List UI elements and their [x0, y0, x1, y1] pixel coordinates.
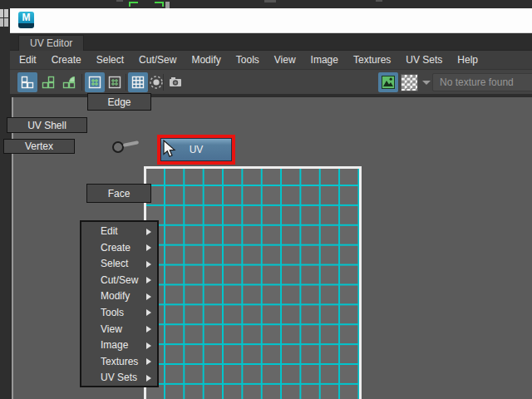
menubar-item[interactable]: Select	[89, 51, 131, 69]
menubar-item[interactable]: Image	[303, 51, 346, 69]
submenu-arrow-icon	[146, 229, 151, 235]
toolbar-separator	[81, 74, 82, 91]
context-menu-item-label: Textures	[101, 356, 138, 367]
texture-borders-off-icon[interactable]	[105, 72, 125, 92]
texture-borders-on-icon[interactable]	[85, 72, 105, 92]
marking-menu-face[interactable]: Face	[86, 184, 151, 203]
menubar-item[interactable]: UV Sets	[398, 51, 450, 69]
context-menu-item[interactable]: Textures	[81, 354, 157, 371]
maya-app-icon: M	[18, 12, 34, 28]
context-menu-item[interactable]: Cut/Sew	[81, 273, 157, 289]
window-titlebar[interactable]: M	[10, 8, 532, 33]
menubar-item[interactable]: Textures	[346, 51, 398, 69]
context-menu-item-label: Select	[101, 258, 128, 269]
menubar: Edit Create Select Cut/Sew Modify Tools …	[10, 51, 532, 70]
shaded-uv-display-icon[interactable]	[17, 72, 37, 92]
grid-display-icon[interactable]	[128, 72, 148, 92]
submenu-arrow-icon	[146, 293, 151, 300]
context-menu-item-label: View	[101, 323, 122, 335]
context-menu-item-label: UV Sets	[101, 372, 137, 383]
context-menu-item-label: Image	[101, 339, 128, 351]
menubar-item[interactable]: Help	[450, 51, 485, 69]
marking-menu-edge[interactable]: Edge	[87, 93, 151, 111]
background-ui-fragment	[264, 0, 276, 2]
context-menu-item[interactable]: View	[81, 322, 157, 338]
submenu-arrow-icon	[146, 358, 151, 365]
background-ui-fragment	[165, 2, 170, 8]
uv-overlap-display-icon[interactable]	[59, 72, 79, 92]
shelf-icon	[0, 9, 9, 28]
context-menu: Edit Create Select Cut/Sew Modify	[80, 220, 159, 387]
menubar-item[interactable]: Cut/Sew	[131, 51, 184, 69]
marking-menu-uv-shell[interactable]: UV Shell	[7, 117, 87, 133]
context-menu-item-label: Cut/Sew	[101, 274, 138, 286]
checker-display-icon[interactable]	[401, 74, 418, 91]
menubar-item[interactable]: View	[267, 51, 303, 69]
menubar-item[interactable]: Modify	[184, 51, 228, 69]
mouse-cursor-icon	[163, 140, 177, 162]
uv-snapshot-camera-icon[interactable]	[165, 72, 185, 92]
uv-shells-display-icon[interactable]	[38, 72, 58, 92]
submenu-arrow-icon	[146, 326, 151, 332]
texture-status-field[interactable]: No texture found	[432, 73, 532, 91]
marking-menu-origin-icon	[112, 141, 124, 153]
toolbar-separator	[163, 74, 164, 91]
context-menu-item-label: Modify	[101, 290, 130, 302]
context-menu-item-label: Tools	[101, 307, 124, 318]
tab-uv-editor[interactable]: UV Editor	[18, 35, 84, 51]
submenu-arrow-icon	[146, 277, 151, 283]
background-ui-fragment	[116, 0, 123, 2]
background-ui-fragment	[376, 0, 382, 2]
context-menu-item-label: Edit	[101, 225, 118, 237]
selection-bracket-left-icon	[129, 2, 138, 7]
context-menu-item[interactable]: Edit	[81, 224, 157, 240]
submenu-arrow-icon	[146, 261, 151, 268]
panel-tab-bar: UV Editor	[10, 33, 532, 51]
context-menu-item[interactable]: Create	[81, 240, 157, 257]
selection-bracket-right-icon	[155, 2, 164, 7]
context-menu-item[interactable]: Select	[81, 256, 157, 273]
submenu-arrow-icon	[146, 309, 151, 316]
context-menu-item[interactable]: Tools	[81, 305, 157, 322]
toolbar-separator	[126, 74, 126, 91]
menubar-item[interactable]: Create	[44, 51, 89, 69]
context-menu-item[interactable]: Modify	[81, 288, 157, 305]
uv-grid-lines	[146, 169, 359, 399]
submenu-arrow-icon	[146, 375, 151, 382]
context-menu-item[interactable]: UV Sets	[81, 370, 157, 387]
image-display-icon[interactable]	[378, 72, 398, 92]
submenu-arrow-icon	[146, 244, 151, 251]
background-app-left-strip	[0, 0, 10, 399]
screen: M UV Editor Edit Create Select Cut/Sew M…	[0, 0, 532, 399]
texture-dropdown-arrow-icon[interactable]	[422, 81, 431, 85]
menubar-item[interactable]: Tools	[229, 51, 267, 69]
toolbar: No texture found	[10, 70, 532, 96]
menubar-item[interactable]: Edit	[12, 51, 44, 69]
context-menu-item-label: Create	[101, 242, 131, 254]
uv-grid[interactable]	[144, 166, 362, 399]
context-menu-item[interactable]: Image	[81, 337, 157, 354]
submenu-arrow-icon	[146, 342, 151, 349]
marking-menu-vertex[interactable]: Vertex	[3, 139, 75, 154]
